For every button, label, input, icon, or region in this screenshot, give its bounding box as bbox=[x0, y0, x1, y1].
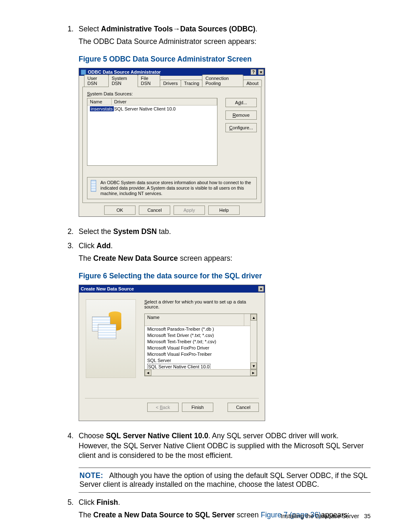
add-button[interactable]: Add... bbox=[225, 98, 257, 107]
page-footer: Installing the Database Server 35 bbox=[281, 513, 371, 519]
step-number: 5. bbox=[28, 498, 79, 522]
step3-line2: The Create New Data Source screen appear… bbox=[79, 254, 371, 264]
dsn-row[interactable]: inservstats SQL Server Native Client 10.… bbox=[87, 105, 217, 112]
step1-line1: Select Administrative Tools→Data Sources… bbox=[79, 24, 371, 34]
finish-button[interactable]: Finish bbox=[182, 403, 213, 412]
footer-section: Installing the Database Server bbox=[281, 513, 359, 519]
scroll-down-icon[interactable]: ▾ bbox=[251, 362, 257, 369]
driver-row[interactable]: Microsoft Text Driver (*.txt; *.csv)6. bbox=[145, 332, 257, 339]
tab-strip: User DSN System DSN File DSN Drivers Tra… bbox=[82, 78, 261, 87]
help-button[interactable]: Help bbox=[208, 206, 240, 215]
step5-text: Click Finish. bbox=[79, 498, 371, 508]
driver-name: SQL Server Native Client 10.0 bbox=[147, 364, 210, 370]
dsn-name: inservstats bbox=[90, 106, 114, 111]
odbc-admin-dialog: ODBC Data Source Administrator ? ✕ User … bbox=[79, 68, 265, 217]
driver-row[interactable]: Microsoft Text-Treiber (*.txt; *.csv)6. bbox=[145, 339, 257, 345]
horizontal-scrollbar[interactable]: ◂ ▸ bbox=[145, 369, 257, 376]
info-text: An ODBC System data source stores inform… bbox=[100, 180, 253, 196]
tab-user-dsn[interactable]: User DSN bbox=[84, 75, 109, 87]
ok-button[interactable]: OK bbox=[104, 206, 136, 215]
system-data-sources-label: SSystem Data Sources:ystem Data Sources: bbox=[87, 91, 257, 96]
scroll-left-icon[interactable]: ◂ bbox=[145, 370, 151, 376]
info-icon bbox=[91, 180, 96, 192]
note-text: Although you have the option of using th… bbox=[79, 471, 367, 488]
remove-button[interactable]: Remove bbox=[225, 111, 257, 120]
figure6-caption: Figure 6 Selecting the data source for t… bbox=[79, 272, 371, 280]
titlebar: Create New Data Source ✕ bbox=[79, 285, 265, 293]
step-number: 1. bbox=[28, 24, 79, 49]
apply-button[interactable]: Apply bbox=[174, 206, 205, 215]
window-title: Create New Data Source bbox=[81, 286, 134, 291]
step2-text: Select the System DSN tab. bbox=[79, 227, 371, 237]
close-icon[interactable]: ✕ bbox=[258, 286, 264, 292]
tab-drivers[interactable]: Drivers bbox=[160, 80, 181, 87]
col-header-name[interactable]: Name bbox=[87, 98, 112, 105]
step4-text: Choose SQL Server Native Client 10.0. An… bbox=[79, 431, 371, 461]
tab-connection-pooling[interactable]: Connection Pooling bbox=[202, 75, 243, 87]
vertical-scrollbar[interactable]: ▴ ▾ bbox=[250, 314, 257, 369]
driver-row[interactable]: Microsoft Paradox-Treiber (*.db )6. bbox=[145, 326, 257, 332]
dsn-driver: SQL Server Native Client 10.0 bbox=[112, 105, 217, 112]
note-label: NOTE: bbox=[79, 471, 103, 480]
window-title: ODBC Data Source Administrator bbox=[88, 69, 161, 75]
tab-panel: SSystem Data Sources:ystem Data Sources:… bbox=[82, 87, 261, 203]
step-number: 2. bbox=[28, 227, 79, 239]
driver-name: SQL Server bbox=[147, 358, 171, 363]
configure-button[interactable]: Configure... bbox=[225, 123, 257, 132]
create-new-data-source-dialog: Create New Data Source ✕ Select a driver… bbox=[79, 285, 265, 421]
driver-name: Microsoft Text-Treiber (*.txt; *.csv) bbox=[147, 339, 216, 344]
tab-system-dsn[interactable]: System DSN bbox=[108, 75, 138, 87]
col-header-name[interactable]: Name bbox=[145, 314, 244, 326]
driver-row[interactable]: Microsoft Visual FoxPro Driver1. bbox=[145, 345, 257, 351]
cancel-button[interactable]: Cancel bbox=[139, 206, 170, 215]
help-icon[interactable]: ? bbox=[251, 69, 256, 75]
tab-tracing[interactable]: Tracing bbox=[181, 80, 202, 87]
driver-listbox[interactable]: Name V ▲ Microsoft Paradox-Treiber (*.db… bbox=[144, 314, 257, 376]
app-icon bbox=[81, 69, 86, 75]
step1-line2: The ODBC Data Source Administrator scree… bbox=[79, 37, 371, 47]
wizard-artwork bbox=[86, 299, 136, 378]
driver-name: Microsoft Paradox-Treiber (*.db ) bbox=[147, 326, 214, 332]
wizard-prompt: Select a driver for which you want to se… bbox=[144, 299, 258, 309]
note-block: NOTE:Although you have the option of usi… bbox=[79, 468, 371, 493]
sheet-icon bbox=[98, 324, 116, 339]
col-header-driver[interactable]: Driver bbox=[112, 98, 217, 105]
tab-about[interactable]: About bbox=[243, 80, 262, 87]
scroll-up-icon[interactable]: ▴ bbox=[251, 314, 257, 321]
driver-row[interactable]: SQL Server6. bbox=[145, 357, 257, 364]
cancel-button[interactable]: Cancel bbox=[228, 403, 259, 412]
step-number: 4. bbox=[28, 431, 79, 463]
driver-name: Microsoft Visual FoxPro Driver bbox=[147, 345, 209, 350]
scroll-right-icon[interactable]: ▸ bbox=[250, 370, 257, 376]
info-panel: An ODBC System data source stores inform… bbox=[87, 177, 257, 199]
close-icon[interactable]: ✕ bbox=[258, 69, 264, 75]
figure5-caption: Figure 5 ODBC Data Source Administrator … bbox=[79, 55, 371, 64]
system-dsn-listbox[interactable]: Name Driver inservstats SQL Server Nativ… bbox=[87, 98, 217, 166]
driver-row[interactable]: Microsoft Visual FoxPro-Treiber1. bbox=[145, 351, 257, 357]
footer-page-number: 35 bbox=[364, 513, 371, 519]
back-button[interactable]: < Back bbox=[147, 403, 179, 412]
step-number: 3. bbox=[28, 241, 79, 266]
driver-name: Microsoft Visual FoxPro-Treiber bbox=[147, 352, 212, 357]
driver-name: Microsoft Text Driver (*.txt; *.csv) bbox=[147, 333, 214, 338]
tab-file-dsn[interactable]: File DSN bbox=[138, 75, 160, 87]
step3-text: Click Add. bbox=[79, 241, 371, 251]
